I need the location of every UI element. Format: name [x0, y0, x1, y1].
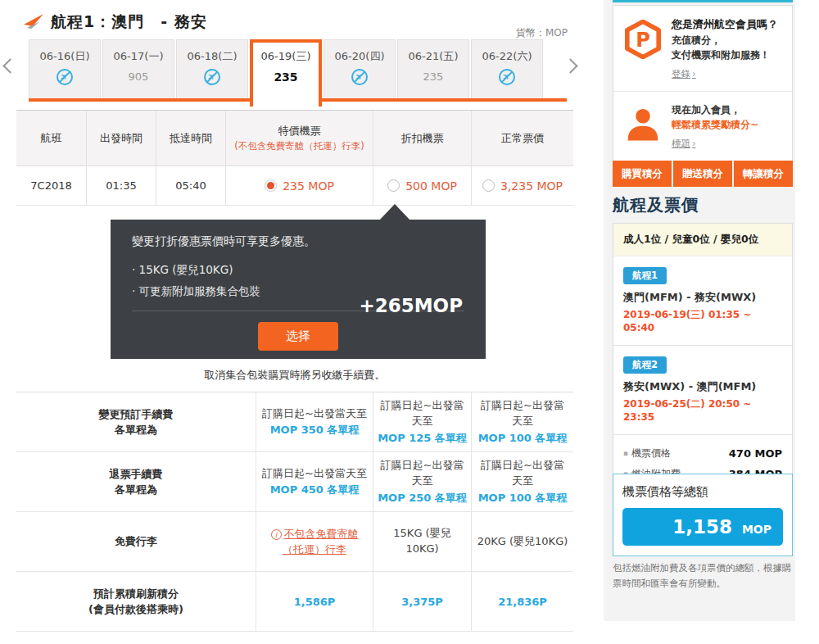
login-link[interactable]: 登錄› — [672, 68, 696, 80]
points-hexagon-icon: P — [622, 16, 664, 59]
change-fee-discount: MOP 125 各單程 — [378, 431, 467, 446]
flight-table-header: 航班 出發時間 抵達時間 特價機票 (不包含免費寄艙（托運）行李) 折扣機票 正… — [16, 111, 573, 166]
member-promo-box: P 您是濟州航空會員嗎？ 充值積分， 支付機票和附加服務！ 登錄› — [613, 5, 793, 161]
member-question: 您是濟州航空會員嗎？ — [672, 16, 784, 33]
special-fare-note: (不包含免費寄艙（托運）行李) — [229, 140, 369, 153]
col-depart: 出發時間 — [86, 111, 156, 166]
point-action-buttons: 購買積分 贈送積分 轉讓積分 — [613, 161, 793, 187]
fare-upgrade-tooltip: 變更打折優惠票價時可享更多優惠。 · 15KG (嬰兒10KG) · 可更新附加… — [111, 220, 486, 359]
tab-date-0620[interactable]: 06-20(四) ✈ — [324, 39, 396, 98]
no-flight-icon: ✈ — [204, 69, 220, 85]
change-fee-label: 變更預訂手續費 — [99, 406, 174, 423]
points-label: 預計累積刷新積分 — [93, 586, 179, 602]
segment-2: 航程2 務安(MWX) - 澳門(MFM) 2019-06-25(二) 20:5… — [613, 346, 792, 435]
arrive-time: 05:40 — [156, 166, 225, 205]
baggage-discount: 15KG (嬰兒10KG) — [373, 526, 471, 557]
transfer-points-button[interactable]: 轉讓積分 — [734, 161, 793, 187]
tooltip-baggage-line: · 15KG (嬰兒10KG) — [132, 259, 464, 280]
col-special-fare: 特價機票 (不包含免費寄艙（托運）行李) — [225, 111, 373, 166]
refund-fee-label: 退票手續費 — [110, 466, 163, 483]
link-arrow-icon: › — [692, 68, 696, 79]
svg-text:P: P — [636, 29, 650, 52]
total-fare-amount: 1,158 MOP — [622, 508, 783, 546]
segment-2-datetime: 2019-06-25(二) 20:50 ~ 23:35 — [623, 397, 782, 423]
points-discount: 3,375P — [401, 596, 443, 608]
segment-1-badge: 航程1 — [623, 267, 667, 284]
col-normal-fare: 正常票價 — [471, 111, 573, 166]
segment-1: 航程1 澳門(MFM) - 務安(MWX) 2019-06-19(三) 01:3… — [613, 256, 792, 346]
passenger-count: 成人1位 / 兒童0位 / 嬰兒0位 — [613, 224, 792, 256]
tooltip-price-difference: +265MOP — [359, 295, 463, 316]
refund-fee-normal: MOP 100 各單程 — [478, 491, 568, 506]
radio-selected-icon[interactable] — [265, 179, 277, 192]
bundle-cancel-notice: 取消集合包裝購買時將另收繳手續費。 — [16, 368, 573, 383]
tab-date-0618[interactable]: 06-18(二) ✈ — [176, 39, 248, 98]
radio-icon[interactable] — [387, 179, 400, 192]
buy-points-button[interactable]: 購買積分 — [613, 161, 672, 187]
fare-summary-title: 航程及票價 — [613, 194, 699, 216]
join-link[interactable]: 標題› — [672, 138, 696, 150]
no-flight-icon: ✈ — [351, 69, 368, 85]
change-fee-special: MOP 350 各單程 — [270, 423, 360, 438]
no-free-baggage-link[interactable]: i不包含免費寄艙（托運）行李 — [256, 526, 373, 558]
price-item-ticket: 機票價格 470 MOP — [623, 443, 782, 464]
tooltip-arrow-icon — [379, 204, 410, 220]
refund-fee-discount: MOP 250 各單程 — [378, 491, 467, 506]
join-member-promo: 現在加入會員， 輕鬆積累獎勵積分~ 標題› — [613, 91, 792, 161]
flight-number: 7C2018 — [16, 166, 86, 205]
select-button[interactable]: 选择 — [258, 322, 338, 351]
table-row-free-baggage: 免費行李 i不包含免費寄艙（托運）行李 15KG (嬰兒10KG) 20KG (… — [16, 512, 573, 572]
table-row-change-fee: 變更預訂手續費 各單程為 訂購日起~出發當天至 MOP 350 各單程 訂購日起… — [16, 392, 573, 452]
join-benefit-text: 輕鬆積累獎勵積分~ — [672, 117, 784, 132]
booking-sidebar: P 您是濟州航空會員嗎？ 充值積分， 支付機票和附加服務！ 登錄› — [604, 0, 795, 621]
date-tabs: 06-16(日) ✈ 06-17(一) 905 06-18(二) ✈ 06-19… — [29, 39, 545, 107]
table-row-points: 預計累積刷新積分 (會員付款後搭乘時) 1,586P 3,375P 21,836… — [16, 572, 573, 632]
points-special: 1,586P — [294, 596, 336, 608]
segment-1-route: 澳門(MFM) - 務安(MWX) — [623, 290, 782, 305]
currency-label: 貨幣：MOP — [16, 26, 568, 40]
link-arrow-icon: › — [692, 138, 696, 149]
sidebar-top-accent — [613, 0, 793, 2]
member-login-promo: P 您是濟州航空會員嗎？ 充值積分， 支付機票和附加服務！ 登錄› — [613, 6, 792, 91]
chevron-left-icon[interactable] — [2, 58, 17, 73]
tab-date-0622[interactable]: 06-22(六) ✈ — [471, 39, 543, 98]
total-fare-label: 機票價格等總額 — [622, 484, 783, 500]
segment-2-route: 務安(MWX) - 澳門(MFM) — [623, 379, 782, 394]
fee-rules-table: 變更預訂手續費 各單程為 訂購日起~出發當天至 MOP 350 各單程 訂購日起… — [16, 392, 573, 632]
date-tab-strip: 06-16(日) ✈ 06-17(一) 905 06-18(二) ✈ 06-19… — [16, 39, 573, 110]
flight-fare-selection-page: 航程1：澳門 - 務安 貨幣：MOP 06-16(日) ✈ 06-17(一) 9… — [0, 0, 819, 644]
tab-date-0616[interactable]: 06-16(日) ✈ — [29, 39, 101, 98]
member-person-icon — [622, 102, 664, 145]
gift-points-button[interactable]: 贈送積分 — [673, 161, 732, 187]
flight-row: 7C2018 01:35 05:40 235 MOP 500 MOP 3,235… — [16, 166, 573, 206]
discount-fare-option[interactable]: 500 MOP — [387, 179, 457, 193]
tab-date-0619-selected[interactable]: 06-19(三) 235 — [250, 39, 322, 107]
fare-disclaimer: 包括燃油附加費及各項票價的總額，根據購票時間和匯率會有所變動。 — [613, 560, 793, 592]
table-row-refund-fee: 退票手續費 各單程為 訂購日起~出發當天至 MOP 450 各單程 訂購日起~出… — [16, 452, 573, 512]
tab-date-0621[interactable]: 06-21(五) 235 — [397, 39, 469, 98]
normal-fare-option[interactable]: 3,235 MOP — [482, 179, 563, 193]
free-baggage-label: 免費行李 — [115, 533, 157, 550]
tab-date-0617[interactable]: 06-17(一) 905 — [102, 39, 174, 98]
flight-fare-table: 航班 出發時間 抵達時間 特價機票 (不包含免費寄艙（托運）行李) 折扣機票 正… — [16, 110, 573, 206]
chevron-right-icon[interactable] — [563, 58, 577, 73]
segment-2-badge: 航程2 — [623, 356, 667, 374]
no-flight-icon: ✈ — [499, 69, 515, 85]
col-discount-fare: 折扣機票 — [373, 111, 471, 166]
info-icon: i — [271, 529, 282, 540]
baggage-normal: 20KG (嬰兒10KG) — [473, 534, 573, 550]
change-fee-normal: MOP 100 各單程 — [478, 431, 568, 446]
col-flight: 航班 — [16, 111, 86, 166]
radio-icon[interactable] — [482, 179, 495, 192]
points-normal: 21,836P — [498, 596, 547, 608]
refund-fee-special: MOP 450 各單程 — [270, 483, 360, 497]
tooltip-title: 變更打折優惠票價時可享更多優惠。 — [132, 234, 464, 249]
special-fare-option[interactable]: 235 MOP — [265, 179, 334, 193]
total-fare-box: 機票價格等總額 1,158 MOP — [613, 474, 793, 556]
depart-time: 01:35 — [86, 166, 156, 205]
no-flight-icon: ✈ — [57, 69, 73, 85]
segment-1-datetime: 2019-06-19(三) 01:35 ~ 05:40 — [623, 308, 782, 333]
col-arrive: 抵達時間 — [156, 111, 225, 166]
